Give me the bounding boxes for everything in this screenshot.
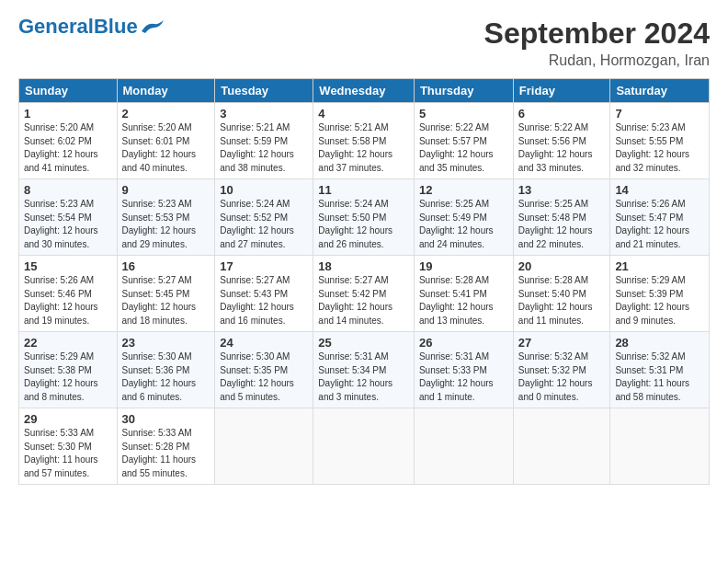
day-info: Sunrise: 5:22 AMSunset: 5:56 PMDaylight:… (518, 121, 606, 175)
weekday-header-thursday: Thursday (414, 79, 513, 103)
weekday-header-sunday: Sunday (19, 79, 118, 103)
day-info: Sunrise: 5:24 AMSunset: 5:52 PMDaylight:… (220, 198, 308, 251)
calendar-table: SundayMondayTuesdayWednesdayThursdayFrid… (18, 78, 710, 485)
day-info: Sunrise: 5:27 AMSunset: 5:42 PMDaylight:… (318, 274, 409, 327)
day-number: 15 (24, 259, 112, 273)
calendar-cell (414, 408, 513, 485)
day-number: 27 (518, 336, 606, 350)
calendar-cell: 24Sunrise: 5:30 AMSunset: 5:35 PMDayligh… (215, 332, 313, 408)
day-info: Sunrise: 5:20 AMSunset: 6:02 PMDaylight:… (24, 121, 112, 175)
calendar-cell: 11Sunrise: 5:24 AMSunset: 5:50 PMDayligh… (313, 179, 415, 256)
day-number: 16 (122, 259, 210, 273)
calendar-cell: 19Sunrise: 5:28 AMSunset: 5:41 PMDayligh… (414, 256, 513, 332)
day-number: 6 (518, 107, 606, 121)
calendar-week-2: 8Sunrise: 5:23 AMSunset: 5:54 PMDaylight… (19, 179, 710, 256)
day-number: 30 (122, 412, 210, 426)
day-info: Sunrise: 5:33 AMSunset: 5:28 PMDaylight:… (122, 427, 210, 480)
day-info: Sunrise: 5:23 AMSunset: 5:53 PMDaylight:… (122, 198, 210, 251)
day-info: Sunrise: 5:31 AMSunset: 5:34 PMDaylight:… (318, 350, 409, 404)
calendar-cell: 15Sunrise: 5:26 AMSunset: 5:46 PMDayligh… (19, 256, 118, 332)
calendar-header-row: SundayMondayTuesdayWednesdayThursdayFrid… (19, 79, 710, 103)
day-info: Sunrise: 5:31 AMSunset: 5:33 PMDaylight:… (419, 350, 508, 404)
day-number: 8 (24, 183, 112, 197)
calendar-cell: 21Sunrise: 5:29 AMSunset: 5:39 PMDayligh… (610, 256, 710, 332)
calendar-week-5: 29Sunrise: 5:33 AMSunset: 5:30 PMDayligh… (19, 408, 710, 485)
day-number: 20 (518, 259, 606, 273)
calendar-cell: 1Sunrise: 5:20 AMSunset: 6:02 PMDaylight… (19, 103, 118, 179)
day-number: 13 (518, 183, 606, 197)
day-number: 14 (615, 183, 704, 197)
day-info: Sunrise: 5:21 AMSunset: 5:58 PMDaylight:… (318, 121, 409, 175)
calendar-cell: 6Sunrise: 5:22 AMSunset: 5:56 PMDaylight… (513, 103, 610, 179)
day-info: Sunrise: 5:26 AMSunset: 5:46 PMDaylight:… (24, 274, 112, 327)
day-info: Sunrise: 5:23 AMSunset: 5:55 PMDaylight:… (615, 121, 704, 175)
day-info: Sunrise: 5:32 AMSunset: 5:31 PMDaylight:… (615, 350, 704, 404)
calendar-cell: 14Sunrise: 5:26 AMSunset: 5:47 PMDayligh… (610, 179, 710, 256)
calendar-week-3: 15Sunrise: 5:26 AMSunset: 5:46 PMDayligh… (19, 256, 710, 332)
calendar-week-1: 1Sunrise: 5:20 AMSunset: 6:02 PMDaylight… (19, 103, 710, 179)
calendar-cell: 4Sunrise: 5:21 AMSunset: 5:58 PMDaylight… (313, 103, 415, 179)
day-info: Sunrise: 5:29 AMSunset: 5:38 PMDaylight:… (24, 350, 112, 404)
day-number: 5 (419, 107, 508, 121)
calendar-cell: 9Sunrise: 5:23 AMSunset: 5:53 PMDaylight… (117, 179, 215, 256)
calendar-cell (313, 408, 415, 485)
title-area: September 2024 Rudan, Hormozgan, Iran (484, 17, 710, 69)
day-number: 23 (122, 336, 210, 350)
location-title: Rudan, Hormozgan, Iran (484, 52, 710, 69)
calendar-cell: 27Sunrise: 5:32 AMSunset: 5:32 PMDayligh… (513, 332, 610, 408)
month-title: September 2024 (484, 17, 710, 51)
calendar-cell: 17Sunrise: 5:27 AMSunset: 5:43 PMDayligh… (215, 256, 313, 332)
day-info: Sunrise: 5:28 AMSunset: 5:40 PMDaylight:… (518, 274, 606, 327)
day-info: Sunrise: 5:20 AMSunset: 6:01 PMDaylight:… (122, 121, 210, 175)
day-info: Sunrise: 5:33 AMSunset: 5:30 PMDaylight:… (24, 427, 112, 480)
weekday-header-monday: Monday (117, 79, 215, 103)
day-number: 21 (615, 259, 704, 273)
day-info: Sunrise: 5:27 AMSunset: 5:45 PMDaylight:… (122, 274, 210, 327)
calendar-cell: 23Sunrise: 5:30 AMSunset: 5:36 PMDayligh… (117, 332, 215, 408)
calendar-cell (610, 408, 710, 485)
day-number: 12 (419, 183, 508, 197)
calendar-cell: 8Sunrise: 5:23 AMSunset: 5:54 PMDaylight… (19, 179, 118, 256)
weekday-header-saturday: Saturday (610, 79, 710, 103)
calendar-cell: 5Sunrise: 5:22 AMSunset: 5:57 PMDaylight… (414, 103, 513, 179)
logo: GeneralBlue (18, 17, 165, 37)
logo-blue: Blue (94, 15, 138, 38)
calendar-cell: 10Sunrise: 5:24 AMSunset: 5:52 PMDayligh… (215, 179, 313, 256)
day-number: 29 (24, 412, 112, 426)
day-number: 2 (122, 107, 210, 121)
day-number: 25 (318, 336, 409, 350)
calendar-cell (513, 408, 610, 485)
calendar-week-4: 22Sunrise: 5:29 AMSunset: 5:38 PMDayligh… (19, 332, 710, 408)
day-info: Sunrise: 5:30 AMSunset: 5:36 PMDaylight:… (122, 350, 210, 404)
day-number: 7 (615, 107, 704, 121)
calendar-cell: 2Sunrise: 5:20 AMSunset: 6:01 PMDaylight… (117, 103, 215, 179)
day-number: 26 (419, 336, 508, 350)
day-number: 19 (419, 259, 508, 273)
weekday-header-wednesday: Wednesday (313, 79, 415, 103)
day-number: 17 (220, 259, 308, 273)
day-number: 28 (615, 336, 704, 350)
day-info: Sunrise: 5:28 AMSunset: 5:41 PMDaylight:… (419, 274, 508, 327)
header-area: GeneralBlue September 2024 Rudan, Hormoz… (18, 17, 710, 69)
day-info: Sunrise: 5:25 AMSunset: 5:49 PMDaylight:… (419, 198, 508, 251)
day-number: 9 (122, 183, 210, 197)
day-info: Sunrise: 5:30 AMSunset: 5:35 PMDaylight:… (220, 350, 308, 404)
day-info: Sunrise: 5:24 AMSunset: 5:50 PMDaylight:… (318, 198, 409, 251)
calendar-cell: 7Sunrise: 5:23 AMSunset: 5:55 PMDaylight… (610, 103, 710, 179)
calendar-body: 1Sunrise: 5:20 AMSunset: 6:02 PMDaylight… (19, 103, 710, 485)
day-info: Sunrise: 5:23 AMSunset: 5:54 PMDaylight:… (24, 198, 112, 251)
calendar-cell: 29Sunrise: 5:33 AMSunset: 5:30 PMDayligh… (19, 408, 118, 485)
calendar-cell: 13Sunrise: 5:25 AMSunset: 5:48 PMDayligh… (513, 179, 610, 256)
logo-text: GeneralBlue (18, 17, 138, 37)
calendar-cell: 25Sunrise: 5:31 AMSunset: 5:34 PMDayligh… (313, 332, 415, 408)
calendar-cell: 26Sunrise: 5:31 AMSunset: 5:33 PMDayligh… (414, 332, 513, 408)
calendar-cell: 28Sunrise: 5:32 AMSunset: 5:31 PMDayligh… (610, 332, 710, 408)
calendar-cell: 30Sunrise: 5:33 AMSunset: 5:28 PMDayligh… (117, 408, 215, 485)
day-info: Sunrise: 5:21 AMSunset: 5:59 PMDaylight:… (220, 121, 308, 175)
calendar-cell (215, 408, 313, 485)
day-number: 22 (24, 336, 112, 350)
day-info: Sunrise: 5:26 AMSunset: 5:47 PMDaylight:… (615, 198, 704, 251)
calendar-cell: 12Sunrise: 5:25 AMSunset: 5:49 PMDayligh… (414, 179, 513, 256)
day-number: 1 (24, 107, 112, 121)
day-info: Sunrise: 5:29 AMSunset: 5:39 PMDaylight:… (615, 274, 704, 327)
